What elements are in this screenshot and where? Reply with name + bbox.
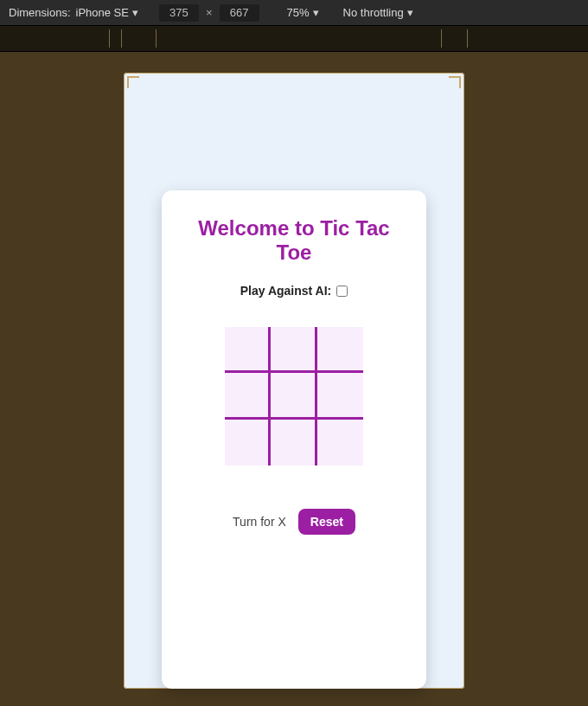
chevron-down-icon: ▾	[313, 6, 319, 19]
game-board	[225, 327, 363, 465]
chevron-down-icon: ▾	[407, 6, 413, 19]
ai-checkbox[interactable]	[336, 286, 348, 297]
device-select[interactable]: iPhone SE ▾	[76, 6, 138, 19]
zoom-select[interactable]: 75% ▾	[287, 6, 319, 19]
dimensions-label: Dimensions:	[9, 6, 71, 19]
device-frame: Welcome to Tic Tac Toe Play Against AI: …	[124, 73, 464, 689]
board-cell[interactable]	[317, 373, 363, 419]
board-cell[interactable]	[271, 327, 316, 373]
frame-corner-icon	[449, 76, 461, 88]
game-footer: Turn for X Reset	[233, 509, 355, 535]
game-card: Welcome to Tic Tac Toe Play Against AI: …	[162, 190, 426, 689]
device-name: iPhone SE	[76, 6, 129, 19]
ai-label: Play Against AI:	[240, 284, 332, 298]
dimensions-times: ×	[206, 6, 213, 19]
zoom-value: 75%	[287, 6, 310, 19]
device-toolbar: Dimensions: iPhone SE ▾ × 75% ▾ No throt…	[0, 0, 588, 26]
page-title: Welcome to Tic Tac Toe	[181, 216, 407, 265]
throttling-select[interactable]: No throttling ▾	[343, 6, 413, 19]
turn-status: Turn for X	[233, 515, 286, 529]
device-stage: Welcome to Tic Tac Toe Play Against AI: …	[0, 52, 588, 706]
ai-toggle-row[interactable]: Play Against AI:	[240, 284, 348, 298]
board-cell[interactable]	[225, 373, 271, 419]
height-input[interactable]	[220, 4, 259, 22]
width-input[interactable]	[159, 4, 199, 22]
board-cell[interactable]	[317, 420, 363, 465]
board-cell[interactable]	[271, 373, 316, 419]
chevron-down-icon: ▾	[132, 6, 138, 19]
reset-button[interactable]: Reset	[298, 509, 355, 535]
board-cell[interactable]	[271, 420, 316, 465]
ruler	[0, 26, 588, 52]
throttling-value: No throttling	[343, 6, 404, 19]
dimensions-inputs: ×	[159, 4, 259, 22]
frame-corner-icon	[127, 76, 139, 88]
board-cell[interactable]	[225, 420, 271, 465]
board-cell[interactable]	[225, 327, 271, 373]
board-cell[interactable]	[317, 327, 363, 373]
